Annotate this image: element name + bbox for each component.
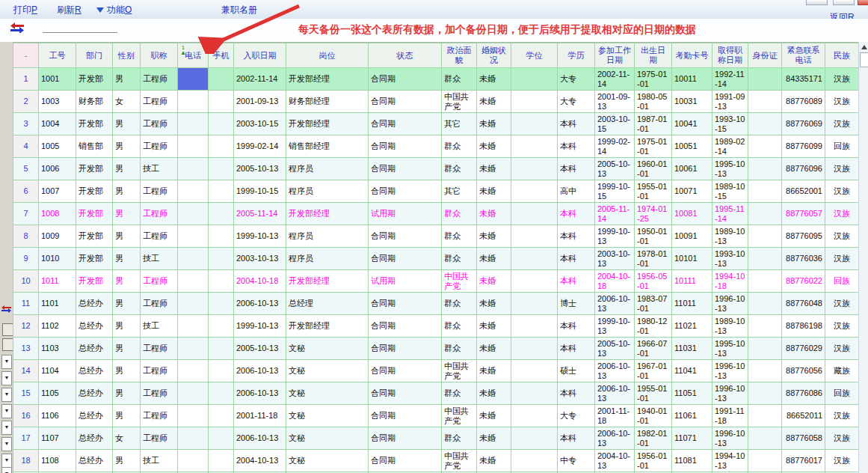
table-cell[interactable] [178,68,209,91]
table-cell[interactable]: 2003-10-15 [234,113,286,135]
table-cell[interactable]: 未婚 [477,248,511,270]
sync-icon[interactable] [10,22,24,33]
table-cell[interactable]: 技工 [141,248,178,270]
table-cell[interactable]: 1995-10-13 [712,158,748,180]
table-cell[interactable]: 汉族 [825,338,859,360]
table-cell[interactable]: 88776022 [782,270,825,293]
table-cell[interactable]: 1999-10-13 [595,315,635,338]
row-number-cell[interactable]: 9 [13,248,39,270]
table-cell[interactable]: 总经办 [76,450,113,472]
table-cell[interactable]: 总经理 [286,293,369,315]
table-cell[interactable]: 2005-10-13 [234,158,286,180]
table-cell[interactable]: 88776069 [782,113,825,135]
table-cell[interactable]: 10091 [672,225,712,248]
table-cell[interactable] [209,180,234,203]
table-cell[interactable]: 男 [113,270,141,293]
table-cell[interactable]: 汉族 [825,405,859,427]
column-header[interactable]: 性别 [113,43,141,68]
table-cell[interactable]: 2006-10-13 [595,382,635,405]
table-cell[interactable]: 2001-11-18 [595,405,635,427]
table-cell[interactable]: 88776086 [782,382,825,405]
vertical-scrollbar[interactable] [858,42,868,473]
table-cell[interactable] [748,91,782,113]
table-cell[interactable]: 文秘 [286,360,369,382]
table-cell[interactable]: 10111 [672,270,712,293]
table-cell[interactable]: 合同期 [369,180,442,203]
table-cell[interactable]: 88776029 [782,338,825,360]
table-cell[interactable]: 高中 [558,180,595,203]
table-cell[interactable]: 本科 [558,225,595,248]
table-cell[interactable]: 未婚 [477,91,511,113]
table-cell[interactable]: 未婚 [477,382,511,405]
table-cell[interactable] [209,360,234,382]
table-cell[interactable] [178,225,209,248]
table-cell[interactable] [748,405,782,427]
table-cell[interactable]: 1011 [39,270,76,293]
column-header-corner[interactable]: - [13,43,39,68]
table-cell[interactable]: 男 [113,68,141,91]
table-cell[interactable]: 回族 [825,270,859,293]
table-cell[interactable]: 11021 [672,315,712,338]
combo-dropdown-icon[interactable]: ▼ [1,454,12,468]
table-cell[interactable]: 88776036 [782,248,825,270]
table-cell[interactable]: 1999-10-15 [234,180,286,203]
table-cell[interactable]: 合同期 [369,450,442,472]
table-cell[interactable]: 88776058 [782,427,825,450]
table-cell[interactable]: 工程师 [141,135,178,158]
table-cell[interactable]: 1989-10-13 [712,225,748,248]
table-cell[interactable] [209,113,234,135]
table-cell[interactable] [209,203,234,225]
table-cell[interactable]: 男 [113,338,141,360]
table-cell[interactable]: 本科 [558,113,595,135]
table-cell[interactable]: 合同期 [369,427,442,450]
row-number-cell[interactable]: 18 [13,450,39,472]
table-cell[interactable]: 群众 [442,225,477,248]
table-cell[interactable]: 本科 [558,315,595,338]
table-cell[interactable]: 1989-10-13 [712,315,748,338]
table-cell[interactable] [209,248,234,270]
table-cell[interactable]: 1966-07-01 [635,338,672,360]
table-cell[interactable]: 财务部经理 [286,91,369,113]
row-number-cell[interactable]: 15 [13,382,39,405]
table-cell[interactable]: 10031 [672,91,712,113]
table-cell[interactable]: 大专 [558,91,595,113]
table-cell[interactable]: 群众 [442,203,477,225]
table-cell[interactable] [748,338,782,360]
table-cell[interactable]: 程序员 [286,248,369,270]
table-cell[interactable]: 本科 [558,203,595,225]
table-cell[interactable] [748,158,782,180]
table-cell[interactable]: 试用期 [369,270,442,293]
table-cell[interactable]: 汉族 [825,180,859,203]
table-cell[interactable]: 1999-10-13 [595,225,635,248]
table-cell[interactable]: 工程师 [141,427,178,450]
table-cell[interactable]: 中国共产党 [442,91,477,113]
table-cell[interactable]: 1999-10-15 [595,180,635,203]
table-cell[interactable]: 开发部 [76,113,113,135]
table-cell[interactable]: 总经办 [76,360,113,382]
table-cell[interactable]: 1989-10-15 [712,180,748,203]
table-cell[interactable] [178,315,209,338]
table-cell[interactable]: 1999-02-14 [595,135,635,158]
table-cell[interactable]: 1980-05-01 [635,91,672,113]
table-cell[interactable]: 11051 [672,382,712,405]
table-cell[interactable]: 男 [113,180,141,203]
table-cell[interactable]: 1975-01-01 [635,135,672,158]
table-cell[interactable]: 1102 [39,315,76,338]
table-cell[interactable]: 2006-10-13 [234,293,286,315]
table-cell[interactable]: 2006-10-13 [595,427,635,450]
table-cell[interactable]: 男 [113,203,141,225]
table-cell[interactable]: 合同期 [369,91,442,113]
table-cell[interactable]: 1009 [39,225,76,248]
table-cell[interactable]: 汉族 [825,91,859,113]
table-cell[interactable]: 2002-11-14 [595,68,635,91]
maximize-button[interactable] [833,0,855,5]
table-cell[interactable]: 汉族 [825,293,859,315]
table-cell[interactable]: 2005-11-14 [595,203,635,225]
table-cell[interactable]: 1992-11-14 [712,68,748,91]
menu-refresh[interactable]: 刷新R [57,4,81,16]
table-cell[interactable]: 程序员 [286,180,369,203]
table-cell[interactable] [511,203,558,225]
table-cell[interactable]: 2005-10-13 [595,158,635,180]
column-header[interactable]: 入职日期 [234,43,286,68]
table-cell[interactable] [748,293,782,315]
